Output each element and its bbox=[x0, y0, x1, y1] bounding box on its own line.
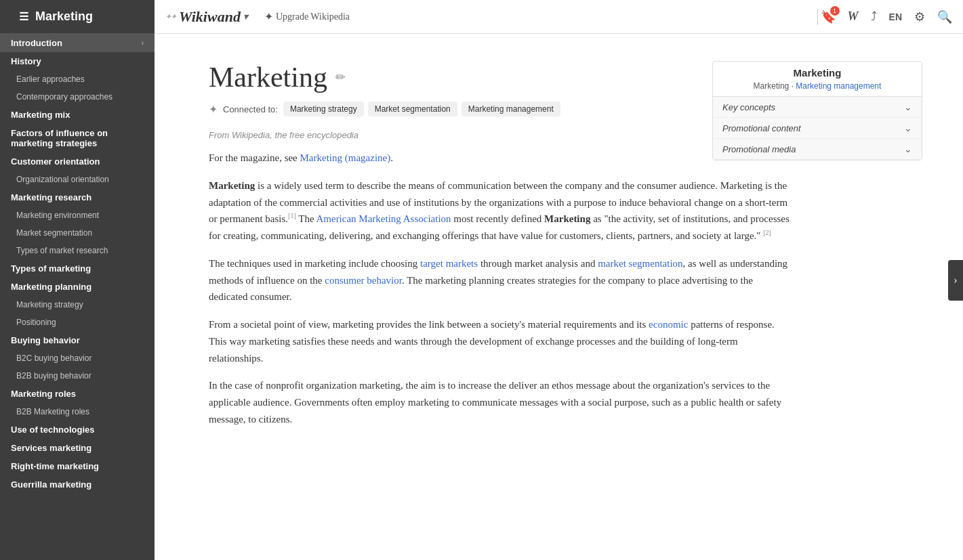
sidebar-item-organizational-orientation[interactable]: Organizational orientation bbox=[0, 171, 155, 188]
expand-icon: ⌄ bbox=[904, 102, 912, 112]
sidebar-item-label: Earlier approaches bbox=[16, 74, 85, 84]
infobox-subtitle-text: Marketing · bbox=[754, 81, 796, 91]
article-title: Marketing ✏ bbox=[209, 61, 693, 93]
sidebar-item-label: Marketing roles bbox=[11, 389, 76, 399]
article-paragraph-2: The techniques used in marketing include… bbox=[209, 255, 792, 305]
sidebar: ☰ Marketing Introduction›HistoryEarlier … bbox=[0, 0, 155, 560]
sidebar-item-marketing-research[interactable]: Marketing research bbox=[0, 188, 155, 207]
sidebar-nav: Introduction›HistoryEarlier approachesCo… bbox=[0, 34, 155, 494]
infobox-row-label: Promotional content bbox=[722, 123, 801, 133]
expand-icon: ⌄ bbox=[904, 123, 912, 133]
sidebar-item-label: B2B buying behavior bbox=[16, 371, 91, 381]
search-icon[interactable]: 🔍 bbox=[937, 9, 952, 24]
logo[interactable]: ✦✦ Wikiwand ▾ bbox=[165, 8, 248, 26]
article-body: For the magazine, see Marketing (magazin… bbox=[209, 150, 792, 428]
infobox-row-key-concepts[interactable]: Key concepts⌄ bbox=[713, 97, 922, 118]
bookmark-badge: 1 bbox=[830, 6, 840, 16]
sidebar-item-label: Market segmentation bbox=[16, 228, 92, 238]
tag-buttons: Marketing strategyMarket segmentationMar… bbox=[283, 102, 560, 116]
infobox-subtitle-link[interactable]: Marketing management bbox=[796, 81, 881, 91]
right-panel-toggle[interactable]: › bbox=[948, 260, 963, 301]
upgrade-button[interactable]: ✦ Upgrade Wikipedia bbox=[264, 10, 350, 23]
sidebar-item-b2b-buying-behavior[interactable]: B2B buying behavior bbox=[0, 367, 155, 385]
sidebar-item-marketing-planning[interactable]: Marketing planning bbox=[0, 278, 155, 296]
sidebar-item-use-of-technologies[interactable]: Use of technologies bbox=[0, 421, 155, 439]
sidebar-item-marketing-mix[interactable]: Marketing mix bbox=[0, 106, 155, 124]
tag-button[interactable]: Marketing strategy bbox=[283, 102, 364, 116]
sidebar-item-history[interactable]: History bbox=[0, 52, 155, 70]
sidebar-item-label: Types of marketing bbox=[11, 263, 91, 274]
top-navigation: ✦✦ Wikiwand ▾ ✦ Upgrade Wikipedia 🔖 1 W … bbox=[155, 0, 963, 34]
connected-to-label: Connected to: bbox=[223, 104, 278, 114]
expand-icon: ⌄ bbox=[904, 144, 912, 154]
logo-stars: ✦✦ bbox=[165, 13, 176, 20]
sidebar-item-types-of-marketing[interactable]: Types of marketing bbox=[0, 259, 155, 278]
logo-text: Wikiwand bbox=[179, 8, 241, 26]
sidebar-item-label: Marketing environment bbox=[16, 211, 99, 220]
infobox-row-label: Key concepts bbox=[722, 102, 775, 112]
article-paragraph-3: From a societal point of view, marketing… bbox=[209, 316, 792, 366]
sidebar-item-positioning[interactable]: Positioning bbox=[0, 314, 155, 331]
infobox-row-promotional-media[interactable]: Promotional media⌄ bbox=[713, 139, 922, 160]
magazine-link[interactable]: Marketing (magazine) bbox=[300, 152, 391, 163]
economic-link[interactable]: economic bbox=[649, 319, 688, 330]
sidebar-app-title: Marketing bbox=[35, 9, 93, 24]
sidebar-item-customer-orientation[interactable]: Customer orientation bbox=[0, 152, 155, 171]
sidebar-item-label: Marketing planning bbox=[11, 282, 91, 292]
sidebar-item-label: B2B Marketing roles bbox=[16, 407, 89, 416]
sidebar-item-services-marketing[interactable]: Services marketing bbox=[0, 439, 155, 457]
connected-icon: ✦ bbox=[209, 103, 218, 116]
sidebar-item-b2c-buying-behavior[interactable]: B2C buying behavior bbox=[0, 349, 155, 367]
sidebar-item-guerrilla-marketing[interactable]: Guerrilla marketing bbox=[0, 475, 155, 494]
sidebar-item-label: Marketing mix bbox=[11, 110, 70, 120]
sidebar-item-label: Introduction bbox=[11, 38, 62, 48]
sidebar-title: ☰ Marketing bbox=[0, 0, 155, 34]
market-segmentation-link[interactable]: market segmentation bbox=[598, 258, 682, 269]
consumer-behavior-link[interactable]: consumer behavior bbox=[325, 275, 402, 286]
article-paragraph-0: For the magazine, see Marketing (magazin… bbox=[209, 150, 792, 167]
wikipedia-icon[interactable]: W bbox=[848, 9, 859, 24]
sidebar-item-marketing-strategy[interactable]: Marketing strategy bbox=[0, 296, 155, 314]
infobox-row-promotional-content[interactable]: Promotional content⌄ bbox=[713, 118, 922, 139]
sidebar-item-right-time-marketing[interactable]: Right-time marketing bbox=[0, 457, 155, 475]
tag-button[interactable]: Market segmentation bbox=[368, 102, 457, 116]
sidebar-item-label: Marketing research bbox=[11, 192, 91, 202]
language-button[interactable]: EN bbox=[889, 12, 902, 22]
sidebar-item-label: Positioning bbox=[16, 318, 56, 327]
sidebar-item-marketing-roles[interactable]: Marketing roles bbox=[0, 385, 155, 403]
sidebar-item-b2b-marketing-roles[interactable]: B2B Marketing roles bbox=[0, 403, 155, 421]
sidebar-item-factors-of-influence[interactable]: Factors of influence on marketing strate… bbox=[0, 124, 155, 152]
edit-icon[interactable]: ✏ bbox=[335, 70, 346, 85]
sidebar-item-contemporary-approaches[interactable]: Contemporary approaches bbox=[0, 88, 155, 106]
sidebar-item-label: Guerrilla marketing bbox=[11, 479, 91, 490]
article-paragraph-4: In the case of nonprofit organization ma… bbox=[209, 377, 792, 427]
share-icon[interactable]: ⤴ bbox=[871, 9, 877, 24]
sidebar-item-buying-behavior[interactable]: Buying behavior bbox=[0, 331, 155, 349]
infobox-row-label: Promotional media bbox=[722, 144, 796, 154]
sidebar-item-label: Types of market research bbox=[16, 246, 108, 255]
sidebar-item-label: Use of technologies bbox=[11, 425, 95, 435]
ama-link[interactable]: American Marketing Association bbox=[316, 213, 451, 224]
settings-icon[interactable]: ⚙ bbox=[914, 9, 925, 24]
sidebar-item-label: B2C buying behavior bbox=[16, 353, 91, 363]
sidebar-item-marketing-environment[interactable]: Marketing environment bbox=[0, 207, 155, 224]
sidebar-item-introduction[interactable]: Introduction› bbox=[0, 34, 155, 52]
target-markets-link[interactable]: target markets bbox=[420, 258, 478, 269]
menu-icon[interactable]: ☰ bbox=[19, 10, 28, 23]
sidebar-item-label: Factors of influence on marketing strate… bbox=[11, 128, 144, 148]
sidebar-item-earlier-approaches[interactable]: Earlier approaches bbox=[0, 70, 155, 88]
infobox-rows: Key concepts⌄Promotional content⌄Promoti… bbox=[713, 97, 922, 160]
sidebar-item-market-segmentation[interactable]: Market segmentation bbox=[0, 224, 155, 242]
article-title-text: Marketing bbox=[209, 61, 327, 93]
infobox-subtitle: Marketing · Marketing management bbox=[713, 81, 922, 97]
sidebar-item-label: Services marketing bbox=[11, 443, 91, 453]
sidebar-item-label: Right-time marketing bbox=[11, 461, 99, 471]
bookmark-icon[interactable]: 🔖 1 bbox=[821, 9, 836, 24]
upgrade-icon: ✦ bbox=[264, 10, 273, 23]
sidebar-item-types-of-market-research[interactable]: Types of market research bbox=[0, 242, 155, 259]
connected-to-section: ✦ Connected to: Marketing strategyMarket… bbox=[209, 102, 693, 116]
nav-divider bbox=[817, 9, 818, 25]
tag-button[interactable]: Marketing management bbox=[462, 102, 560, 116]
article-paragraph-1: Marketing is a widely used term to descr… bbox=[209, 177, 792, 244]
main-content: Marketing Marketing · Marketing manageme… bbox=[155, 34, 963, 560]
